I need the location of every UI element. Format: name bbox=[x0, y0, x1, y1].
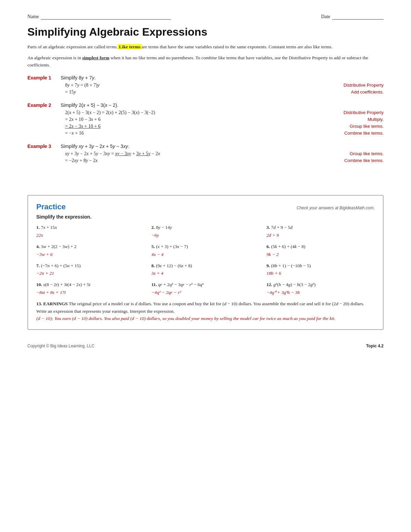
prob12-num: 12. bbox=[266, 282, 272, 287]
example-1-header: Example 1 Simplify 8y + 7y. bbox=[27, 75, 384, 81]
problem-2: 2. 8y − 14y −6y bbox=[151, 224, 260, 239]
problems-row-2: 4. 3w + 2(2 − 3w) + 2 −3w + 6 5. (x + 3)… bbox=[36, 243, 375, 259]
page-title: Simplifying Algebraic Expressions bbox=[27, 26, 384, 38]
prob6-expr: (5k + 6) + (4k − 8) bbox=[271, 244, 306, 249]
step-2-math: = 15y bbox=[65, 89, 76, 95]
problem-8: 8. (9z + 12) − (6z + 8) 3z + 4 bbox=[151, 262, 260, 278]
problem-11: 11. qr + 2q² − 3qr − r² − 6q² −4q² − 2qr… bbox=[151, 281, 260, 297]
ex2-step-2-math: = 2x + 10 − 3x + 6 bbox=[65, 117, 101, 122]
ex2-step-4-math: = −x + 16 bbox=[65, 131, 84, 136]
example-2-step-3: = 2x − 3x + 10 + 6 Group like terms. bbox=[65, 124, 384, 129]
topic-label: Topic 4.2 bbox=[366, 344, 384, 348]
practice-title: Practice bbox=[36, 202, 66, 211]
prob13-num: 13. bbox=[36, 301, 42, 306]
intro-p2-start: An algebraic expression is in bbox=[27, 55, 82, 60]
practice-header: Practice Check your answers at BigIdeasM… bbox=[36, 202, 375, 211]
problem-7: 7. (−7n + 6) + (5n + 15) −2n + 21 bbox=[36, 262, 145, 278]
practice-instructions: Simplify the expression. bbox=[36, 214, 375, 220]
example-3-title: Simplify xy + 3y − 2x + 5y − 3xy. bbox=[61, 144, 129, 149]
prob7-num: 7. bbox=[36, 263, 40, 268]
prob9-expr: (8b + 1) − (−10b − 5) bbox=[271, 263, 311, 268]
prob4-expr: 3w + 2(2 − 3w) + 2 bbox=[41, 244, 77, 249]
problem-4: 4. 3w + 2(2 − 3w) + 2 −3w + 6 bbox=[36, 243, 145, 259]
prob13-label: EARNINGS bbox=[43, 301, 67, 306]
example-1-title: Simplify 8y + 7y. bbox=[61, 75, 96, 81]
example-2-block: Example 2 Simplify 2(x + 5) − 3(x − 2). … bbox=[27, 102, 384, 136]
problem-12: 12. g³(h − 4g) − h(3 − 2g³) −4g⁴ + 3g³h … bbox=[266, 281, 375, 297]
intro-text-rest: are terms that have the same variables r… bbox=[141, 44, 332, 49]
date-label: Date bbox=[321, 14, 330, 20]
prob4-answer: −3w + 6 bbox=[36, 251, 145, 259]
intro-para1: Parts of an algebraic expression are cal… bbox=[27, 43, 384, 51]
example-2-header: Example 2 Simplify 2(x + 5) − 3(x − 2). bbox=[27, 102, 384, 108]
copyright-text: Copyright © Big Ideas Learning, LLC bbox=[27, 344, 95, 348]
prob6-answer: 9k − 2 bbox=[266, 251, 375, 259]
example-1-label: Example 1 bbox=[27, 75, 57, 81]
prob9-num: 9. bbox=[266, 263, 270, 268]
prob11-answer: −4q² − 2qr − r² bbox=[151, 289, 260, 297]
page-header: Name Date bbox=[27, 14, 384, 20]
prob13-answer: (d − 10); You earn (d − 10) dollars. You… bbox=[36, 315, 375, 322]
prob12-expr: g³(h − 4g) − h(3 − 2g³) bbox=[273, 282, 315, 287]
examples-section: Example 1 Simplify 8y + 7y. 8y + 7y = (8… bbox=[27, 75, 384, 163]
problem-10: 10. s(8 − 2t) + 3t(4 − 2s) + 5t −8st + 8… bbox=[36, 281, 145, 297]
ex2-step-3-math: = 2x − 3x + 10 + 6 bbox=[65, 124, 101, 129]
date-field: Date bbox=[321, 14, 384, 20]
prob8-num: 8. bbox=[151, 263, 155, 268]
name-label: Name bbox=[27, 14, 39, 20]
example-2-label: Example 2 bbox=[27, 102, 57, 108]
example-3-steps: xy + 3y − 2x + 5y − 3xy = xy − 3xy + 3y … bbox=[65, 151, 384, 163]
prob10-expr: s(8 − 2t) + 3t(4 − 2s) + 5t bbox=[43, 282, 90, 287]
like-terms-highlight: Like terms bbox=[118, 44, 141, 49]
example-1-block: Example 1 Simplify 8y + 7y. 8y + 7y = (8… bbox=[27, 75, 384, 95]
problem-3: 3. 7d + 9 − 5d 2d + 9 bbox=[266, 224, 375, 239]
problem-6: 6. (5k + 6) + (4k − 8) 9k − 2 bbox=[266, 243, 375, 259]
problem-1: 1. 7x + 15x 22x bbox=[36, 224, 145, 239]
example-1-step-1: 8y + 7y = (8 + 7)y Distributive Property bbox=[65, 83, 384, 88]
ex3-step-1-math: xy + 3y − 2x + 5y − 3xy = xy − 3xy + 3y … bbox=[65, 151, 160, 157]
ex3-step-2-reason: Combine like terms. bbox=[315, 158, 384, 163]
prob5-expr: (x + 3) + (3x − 7) bbox=[156, 244, 188, 249]
date-underline bbox=[332, 14, 384, 20]
prob8-answer: 3z + 4 bbox=[151, 270, 260, 277]
problem-13: 13. EARNINGS The original price of a mod… bbox=[36, 300, 375, 322]
ex2-step-4-reason: Combine like terms. bbox=[315, 131, 384, 136]
prob7-answer: −2n + 21 bbox=[36, 270, 145, 277]
prob1-answer: 22x bbox=[36, 232, 145, 239]
ex2-step-2-reason: Multiply. bbox=[315, 117, 384, 122]
prob8-expr: (9z + 12) − (6z + 8) bbox=[156, 263, 192, 268]
prob10-answer: −8st + 8s + 17t bbox=[36, 289, 145, 297]
ex3-step-2-math: = −2xy + 8y − 2x bbox=[65, 158, 98, 163]
name-field: Name bbox=[27, 14, 171, 20]
ex2-step-3-reason: Group like terms. bbox=[315, 124, 384, 129]
intro-p2-mid: when it has no like terms and no parenth… bbox=[109, 55, 201, 60]
prob3-num: 3. bbox=[266, 225, 270, 230]
example-2-step-1: 2(x + 5) − 3(x − 2) = 2(x) + 2(5) − 3(x)… bbox=[65, 110, 384, 115]
example-2-step-2: = 2x + 10 − 3x + 6 Multiply. bbox=[65, 117, 384, 122]
prob3-expr: 7d + 9 − 5d bbox=[271, 225, 292, 230]
problems-row-1: 1. 7x + 15x 22x 2. 8y − 14y −6y 3. 7d + … bbox=[36, 224, 375, 239]
prob2-expr: 8y − 14y bbox=[156, 225, 172, 230]
prob2-num: 2. bbox=[151, 225, 155, 230]
prob5-answer: 4x − 4 bbox=[151, 251, 260, 259]
prob5-num: 5. bbox=[151, 244, 155, 249]
intro-text-start: Parts of an algebraic expression are cal… bbox=[27, 44, 107, 49]
name-underline bbox=[41, 14, 171, 20]
simplest-form-term: simplest form bbox=[82, 55, 109, 60]
example-3-step-2: = −2xy + 8y − 2x Combine like terms. bbox=[65, 158, 384, 163]
check-answers-text: Check your answers at BigIdeasMath.com. bbox=[297, 206, 375, 210]
ex3-step-1-reason: Group like terms. bbox=[315, 151, 384, 156]
prob2-answer: −6y bbox=[151, 232, 260, 239]
problems-row-4: 10. s(8 − 2t) + 3t(4 − 2s) + 5t −8st + 8… bbox=[36, 281, 375, 297]
prob10-num: 10. bbox=[36, 282, 42, 287]
combine-word: combine bbox=[201, 55, 217, 60]
example-2-steps: 2(x + 5) − 3(x − 2) = 2(x) + 2(5) − 3(x)… bbox=[65, 110, 384, 136]
prob6-num: 6. bbox=[266, 244, 270, 249]
page-footer: Copyright © Big Ideas Learning, LLC Topi… bbox=[27, 344, 384, 348]
practice-section: Practice Check your answers at BigIdeasM… bbox=[27, 195, 384, 330]
prob12-answer: −4g⁴ + 3g³h − 3h bbox=[266, 289, 375, 297]
problem-5: 5. (x + 3) + (3x − 7) 4x − 4 bbox=[151, 243, 260, 259]
prob1-num: 1. bbox=[36, 225, 40, 230]
example-2-title: Simplify 2(x + 5) − 3(x − 2). bbox=[61, 102, 118, 108]
intro-para2: An algebraic expression is in simplest f… bbox=[27, 54, 384, 69]
